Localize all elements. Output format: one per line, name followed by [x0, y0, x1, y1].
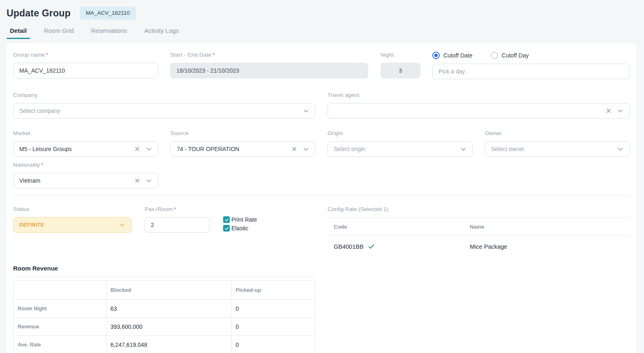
ave-rate-blocked: 6,247,619.048 [106, 336, 231, 353]
origin-field: Origin Select origin [328, 130, 473, 157]
check-icon [368, 243, 375, 250]
tab-bar: Detail Room Grid Reservations Activity L… [7, 25, 644, 41]
date-range-label: Start - End Date* [170, 52, 368, 58]
tab-activity-logs[interactable]: Activity Logs [141, 25, 182, 39]
travel-agent-field: Travel agent [328, 92, 630, 119]
owner-select[interactable]: Select owner [485, 141, 630, 157]
ave-rate-pickedup: 0 [231, 336, 315, 353]
config-rate-row[interactable]: GB4001BB Mice Package [328, 236, 630, 254]
room-revenue-empty-header [14, 281, 106, 300]
config-rate-section: Config Rate (Selected 1) Code Name GB400… [328, 206, 630, 254]
status-select[interactable]: DEFINITE [13, 217, 132, 233]
status-label: Status [13, 206, 132, 212]
room-revenue-pickedup-header: Picked-up [231, 281, 315, 300]
config-rate-code: GB4001BB [334, 243, 364, 250]
required-marker: * [46, 52, 48, 58]
company-label: Company [13, 92, 315, 98]
room-revenue-title: Room Revenue [13, 265, 315, 277]
chevron-down-icon[interactable] [146, 178, 152, 184]
chevron-down-icon[interactable] [146, 146, 152, 152]
detail-form-card: Group name* Start - End Date* Night Cu [7, 43, 636, 353]
group-name-field: Group name* [13, 52, 158, 79]
company-select[interactable]: Select company [13, 103, 315, 119]
update-group-page: Update Group MA_ACV_182110 Detail Room G… [0, 0, 644, 353]
pax-room-label: Pax./Room* [145, 206, 210, 212]
revenue-pickedup: 0 [231, 318, 315, 336]
table-row: Revenue 393,600,000 0 [14, 318, 315, 336]
status-field: Status DEFINITE [13, 206, 132, 254]
page-header: Update Group MA_ACV_182110 [0, 0, 644, 21]
room-night-blocked: 63 [106, 300, 231, 318]
nationality-select[interactable]: Vietnam [13, 173, 158, 188]
pax-room-input[interactable] [145, 217, 210, 233]
print-rate-checkbox[interactable]: Print Rate [223, 216, 257, 223]
cutoff-day-radio[interactable]: Cutoff Day [491, 52, 529, 59]
ave-rate-label: Ave. Rate [14, 336, 106, 353]
config-rate-code-header: Code [334, 224, 470, 230]
company-field: Company Select company [13, 92, 315, 119]
chevron-down-icon[interactable] [617, 146, 623, 152]
room-revenue-header-row: Blocked Picked-up [14, 281, 315, 300]
required-marker: * [41, 162, 43, 168]
nationality-field: Nationality* Vietnam [13, 162, 158, 188]
group-name-input[interactable] [13, 63, 158, 78]
source-field: Source 74 - TOUR OPERATION [171, 130, 315, 157]
clear-icon[interactable] [134, 146, 140, 152]
clear-icon[interactable] [291, 146, 297, 152]
room-revenue-blocked-header: Blocked [106, 281, 231, 300]
tab-detail[interactable]: Detail [7, 25, 30, 39]
room-revenue-table: Blocked Picked-up Room Night 63 0 Revenu… [13, 280, 315, 353]
section-divider [13, 195, 630, 195]
config-rate-header: Code Name [328, 218, 630, 236]
elastic-checkbox[interactable]: Elastic [223, 225, 257, 232]
market-field: Market M5 - Leisure Groups [13, 130, 158, 157]
date-range-field: Start - End Date* [170, 52, 368, 79]
room-night-pickedup: 0 [231, 300, 315, 318]
market-select[interactable]: M5 - Leisure Groups [13, 141, 158, 157]
chevron-down-icon[interactable] [460, 146, 466, 152]
pax-room-field: Pax./Room* [145, 206, 210, 254]
tab-reservations[interactable]: Reservations [88, 25, 130, 39]
source-label: Source [171, 130, 315, 136]
cutoff-radio-group: Cutoff Date Cutoff Day [432, 52, 630, 59]
group-name-label: Group name* [13, 52, 158, 58]
room-night-label: Room Night [14, 300, 106, 318]
nationality-label: Nationality* [13, 162, 158, 168]
checkbox-checked-icon [223, 216, 230, 223]
cutoff-field: Cutoff Date Cutoff Day [432, 52, 630, 79]
clear-icon[interactable] [606, 108, 612, 114]
config-rate-title: Config Rate (Selected 1) [328, 206, 630, 218]
chevron-down-icon[interactable] [303, 146, 309, 152]
group-code-badge: MA_ACV_182110 [80, 7, 136, 20]
required-marker: * [212, 52, 215, 58]
travel-agent-label: Travel agent [328, 92, 630, 98]
night-field: Night [381, 52, 420, 79]
chevron-down-icon[interactable] [617, 108, 623, 114]
config-rate-name: Mice Package [470, 243, 507, 250]
origin-select[interactable]: Select origin [328, 141, 473, 157]
chevron-down-icon[interactable] [303, 108, 309, 114]
date-range-input [170, 63, 368, 78]
source-select[interactable]: 74 - TOUR OPERATION [171, 141, 315, 157]
tab-room-grid[interactable]: Room Grid [41, 25, 77, 39]
revenue-label: Revenue [14, 318, 106, 336]
required-marker: * [174, 206, 176, 212]
cutoff-date-radio[interactable]: Cutoff Date [432, 52, 473, 59]
clear-icon[interactable] [134, 178, 140, 183]
market-label: Market [13, 130, 158, 136]
config-rate-name-header: Name [470, 224, 484, 230]
owner-label: Owner [485, 130, 630, 136]
radio-selected-icon [432, 52, 440, 59]
table-row: Ave. Rate 6,247,619.048 0 [14, 336, 315, 353]
revenue-blocked: 393,600,000 [106, 318, 231, 336]
radio-unselected-icon [491, 52, 498, 59]
night-input [381, 63, 420, 78]
chevron-down-icon[interactable] [119, 222, 125, 228]
checkbox-checked-icon [223, 225, 230, 232]
owner-field: Owner Select owner [485, 130, 630, 157]
rate-options-group: Print Rate Elastic [223, 216, 257, 254]
travel-agent-select[interactable] [328, 103, 630, 119]
cutoff-date-picker-input[interactable] [432, 64, 630, 79]
origin-label: Origin [328, 130, 473, 136]
table-row: Room Night 63 0 [14, 300, 315, 318]
